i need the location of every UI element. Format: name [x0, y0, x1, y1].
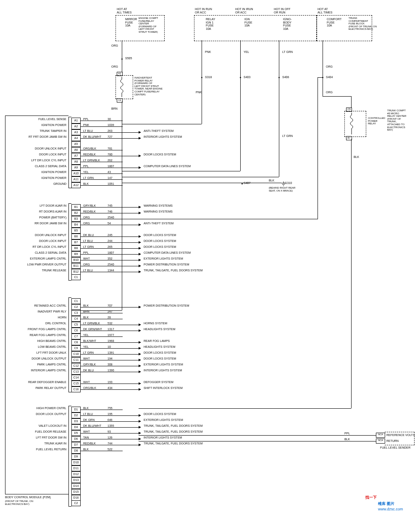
- signal-D7: TRUNK AJAR IN: [8, 442, 66, 445]
- src1-title: HOT ATALL TIMES: [117, 8, 131, 14]
- system-B10: EXTERIOR LIGHTS SYSTEM: [144, 257, 183, 260]
- wiring-diagram: // placeholder - we'll render via generi…: [0, 0, 420, 515]
- footer-find: 找一下: [365, 496, 377, 500]
- relay2-out: BLK: [354, 155, 359, 159]
- pin-A3: A3: [71, 129, 81, 135]
- pin-B10: B10: [71, 257, 81, 263]
- arrow-icon: [139, 420, 141, 423]
- src2-fuse: RELAYIGN 1FUSE10A: [206, 18, 215, 31]
- src3-fuse: IGNFUSE10A: [244, 18, 252, 27]
- pin-B12: B12: [71, 269, 81, 275]
- pin-A5: A5: [71, 141, 81, 147]
- signal-D6: LFT FRT DOOR SW IN: [8, 436, 66, 439]
- signal-A11: IGNITION POWER: [8, 176, 66, 180]
- arrow-icon: [139, 370, 141, 373]
- pin-D15: D15: [71, 489, 81, 495]
- pin-A1: A1: [71, 118, 81, 123]
- system-D7: TRUNK, TAILGATE, FUEL DOORS SYSTEM: [144, 442, 203, 445]
- system-C11: DOOR LOCKS SYSTEM: [144, 357, 176, 360]
- signal-C8: HIGH BEAMS CNTRL: [8, 339, 66, 343]
- signal-B7: DOOR LOCK INPUT: [8, 239, 66, 243]
- signal-B1: LFT DOOR AJAR IN: [8, 204, 66, 208]
- fuel-w2: BLK: [344, 438, 350, 441]
- signal-B3: POWER (BATTERY): [8, 216, 66, 219]
- pin-C12: C12: [71, 363, 81, 369]
- system-D4: TRUNK, TAILGATE, FUEL DOORS SYSTEM: [144, 424, 203, 428]
- signal-A4: RT FRT DOOR JAMB SW IN: [8, 135, 66, 139]
- arrow-icon: [139, 444, 141, 446]
- signal-A12: GROUND: [8, 182, 66, 186]
- signal-B2: RT DOORS AJAR IN: [8, 210, 66, 213]
- system-C2: POWER DISTRIBUTION SYSTEM: [144, 304, 189, 307]
- pin-C7: C7: [71, 334, 81, 339]
- src4-splice: S406: [282, 76, 289, 79]
- system-B2: WARNING SYSTEMS: [144, 210, 173, 213]
- pin-D12: D12: [71, 471, 81, 477]
- src1-fuse: MIRRORFUSE10A: [125, 18, 137, 27]
- src5-fuse: COMFORTFUSE10A: [327, 18, 341, 27]
- src4-title: HOT IN OFFOR RUN: [274, 8, 291, 14]
- system-C13: INTERIOR LIGHTS SYSTEM: [144, 369, 182, 372]
- arrow-icon: [139, 432, 141, 434]
- src4-wire: LT GRN: [282, 50, 293, 54]
- fuel-conn1: NCA: [376, 433, 385, 438]
- pin-B7: B7: [71, 239, 81, 245]
- signal-C4: HORN: [8, 316, 66, 319]
- pin-D14: D14: [71, 483, 81, 489]
- arrow-icon: [139, 253, 141, 255]
- src5-title: HOT ATALL TIMES: [318, 8, 332, 14]
- arrow-icon: [139, 306, 141, 308]
- system-A7: DOOR LOCKS SYSTEM: [144, 153, 176, 156]
- signal-C2: RETAINED ACC CNTRL: [8, 304, 66, 307]
- pin-A2: A2: [71, 123, 81, 129]
- system-D6: INTERIOR LIGHTS SYSTEM: [144, 436, 182, 439]
- signal-C10: LFT FRT DOOR UNLK: [8, 351, 66, 355]
- pin-A6: A6: [71, 147, 81, 153]
- relay2-label: CONTROLLEDPOWERRELAY: [368, 117, 385, 125]
- signal-C12: PARK LAMPS CNTRL: [8, 363, 66, 366]
- src5-splice: S404: [326, 76, 333, 79]
- signal-D1: HIGH POWER CNTRL: [8, 407, 66, 410]
- footer-brand: 维库 图片: [378, 502, 394, 506]
- arrow-icon: [139, 382, 141, 385]
- pin-A8: A8: [71, 159, 81, 165]
- system-B4: ANTI-THEFT SYSTEM: [144, 222, 173, 225]
- signal-B6: DOOR UNLOCK INPUT: [8, 234, 66, 237]
- pin-C8: C8: [71, 339, 81, 345]
- footer-url: www.dzsc.com: [378, 507, 403, 512]
- pin-C1: C1: [71, 298, 81, 304]
- signal-C13: INTERIOR LAMPS CNTRL: [8, 369, 66, 372]
- signal-A1: FUEL LEVEL SENSE: [8, 118, 66, 121]
- relay1-out: BRN: [111, 107, 118, 110]
- src1-splice: S505: [125, 57, 132, 60]
- pin-D2: D2: [71, 413, 81, 418]
- pin-B2: B2: [71, 210, 81, 216]
- pin-B11: B11: [71, 263, 81, 269]
- system-B9: COMPUTER DATA LINES SYSTEM: [144, 251, 191, 255]
- ground-wire: BLK: [269, 179, 274, 182]
- pin-B9: B9: [71, 251, 81, 257]
- fuel-sender-label: FUEL LEVEL SENDER: [380, 446, 410, 449]
- system-D2: DOOR LOCKS SYSTEM: [144, 413, 176, 416]
- pin-C16: C16: [71, 386, 81, 392]
- bcm-name: BODY CONTROL MODULE (PZM): [5, 496, 51, 499]
- signal-C5: DRL CONTROL: [8, 322, 66, 325]
- arrow-icon: [139, 329, 141, 332]
- signal-B4: RR DOOR JAMB SW IN: [8, 222, 66, 225]
- signal-C16: PARK RELAY OUTPUT: [8, 386, 66, 390]
- signal-A10: IGNITION POWER: [8, 171, 66, 174]
- system-B7: DOOR LOCKS SYSTEM: [144, 239, 176, 243]
- signal-C15: REAR DEFOGGER ENABLE: [8, 381, 66, 384]
- arrow-icon: [139, 131, 141, 134]
- pin-B3: B3: [71, 216, 81, 222]
- relay-2: [344, 111, 366, 137]
- signal-C9: LOW BEAMS CNTRL: [8, 345, 66, 349]
- arrow-icon: [139, 223, 141, 226]
- signal-A2: IGNITION POWER: [8, 123, 66, 127]
- pin-C4: C4: [71, 316, 81, 322]
- bcm-note: (FRONT OF TRUNK, ONELECTRONICS BAY): [5, 500, 33, 505]
- pin-B6: B6: [71, 234, 81, 239]
- signal-C3: INADVERT PWR RLY: [8, 310, 66, 313]
- coil-icon: [119, 77, 125, 97]
- signal-B12: TRUNK RELEASE: [8, 269, 66, 272]
